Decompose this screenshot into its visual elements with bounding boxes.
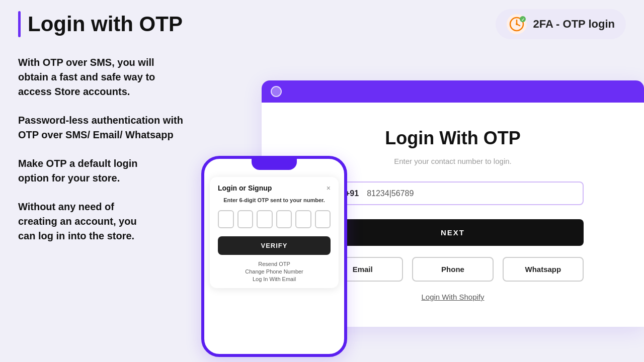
otp-box-1[interactable] [218,210,234,228]
otp-box-5[interactable] [295,210,311,228]
page-title: Login with OTP [28,12,183,36]
otp-box-4[interactable] [276,210,292,228]
login-options: Email Phone Whatsapp [322,257,584,282]
phone-input-row[interactable]: 🇮🇳 +91 81234|56789 [322,182,584,205]
browser-panel-title: Login With OTP [385,128,521,149]
phone-notch [252,159,297,170]
phone-modal-header: Login or Signup × [218,184,331,192]
next-button[interactable]: NEXT [322,219,584,246]
phone-mockup: Login or Signup × Enter 6-digit OTP sent… [201,156,347,357]
header: Login with OTP ✓ 2FA - OTP login [0,0,644,44]
phone-modal-subtitle: Enter 6-digit OTP sent to your number. [218,197,331,203]
shopify-login-link[interactable]: Login With Shopify [421,293,484,301]
otp-boxes[interactable] [218,210,331,228]
browser-circle-btn [271,86,282,97]
phone-modal: Login or Signup × Enter 6-digit OTP sent… [210,177,339,288]
otp-box-2[interactable] [237,210,254,228]
phone-number-value[interactable]: 81234|56789 [367,189,574,198]
page-title-wrapper: Login with OTP [18,11,183,37]
verify-button[interactable]: VERIFY [218,236,331,255]
phone-modal-links: Resend OTP Change Phone Number Log In Wi… [218,261,331,282]
resend-otp-link[interactable]: Resend OTP [258,261,290,267]
login-email-link[interactable]: Log In With Email [253,276,296,282]
svg-point-4 [516,23,518,25]
feature-text-2: Password-less authentication withOTP ove… [18,113,255,142]
browser-bar [262,80,644,103]
brand-label: 2FA - OTP login [533,18,615,31]
whatsapp-login-btn[interactable]: Whatsapp [503,257,584,282]
brand-icon: ✓ [507,14,527,34]
phone-modal-close-btn[interactable]: × [327,184,331,192]
phone-login-btn[interactable]: Phone [412,257,493,282]
browser-panel-subtitle: Enter your contact number to login. [394,157,511,165]
change-phone-link[interactable]: Change Phone Number [245,268,303,275]
svg-text:✓: ✓ [521,18,525,22]
brand-badge: ✓ 2FA - OTP login [496,9,626,39]
title-bar-accent [18,11,21,37]
country-code: +91 [345,189,359,198]
phone-modal-title: Login or Signup [218,184,272,192]
feature-text-1: With OTP over SMS, you willobtain a fast… [18,55,255,99]
otp-box-3[interactable] [257,210,273,228]
otp-box-6[interactable] [315,210,331,228]
